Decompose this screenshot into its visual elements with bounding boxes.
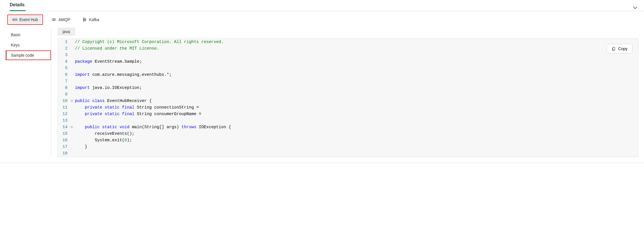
- amqp-icon: [52, 17, 56, 22]
- fold-toggle: [70, 65, 74, 72]
- code-line: 10⊟public class EventHubReceiver {: [58, 98, 638, 104]
- code-line: 5: [58, 65, 638, 72]
- code-line: 1// Copyright (c) Microsoft Corporation.…: [58, 39, 638, 45]
- code-line: 18: [58, 150, 638, 157]
- code-line: 4package EventStream.Sample;: [58, 58, 638, 65]
- code-content: }: [74, 144, 638, 150]
- fold-toggle[interactable]: ⊟: [70, 98, 74, 104]
- code-content: [74, 117, 638, 124]
- content-row: Basic Keys Sample code java Copy 1// Cop…: [0, 28, 644, 163]
- svg-line-13: [84, 19, 85, 19]
- event-hub-icon: [13, 17, 17, 22]
- sidebar-item-keys[interactable]: Keys: [6, 40, 51, 50]
- fold-toggle: [70, 137, 74, 144]
- line-number: 8: [58, 85, 70, 91]
- line-number: 2: [58, 45, 70, 52]
- fold-toggle: [70, 45, 74, 52]
- code-line: 13: [58, 117, 638, 124]
- line-number: 14: [58, 124, 70, 130]
- code-content: public static void main(String[] args) t…: [74, 124, 638, 130]
- code-line: 8import java.io.IOException;: [58, 85, 638, 91]
- code-line: 6import com.azure.messaging.eventhubs.*;: [58, 72, 638, 78]
- code-content: public class EventHubReceiver {: [74, 98, 638, 104]
- copy-label: Copy: [618, 46, 627, 51]
- panel-header: Details: [0, 0, 644, 11]
- main-area: java Copy 1// Copyright (c) Microsoft Co…: [51, 28, 638, 157]
- line-number: 6: [58, 72, 70, 78]
- code-content: // Licensed under the MIT License.: [74, 45, 638, 52]
- svg-rect-15: [613, 47, 615, 50]
- fold-toggle: [70, 104, 74, 111]
- code-line: 3: [58, 52, 638, 58]
- copy-icon: [612, 47, 616, 51]
- line-number: 5: [58, 65, 70, 72]
- code-content: import com.azure.messaging.eventhubs.*;: [74, 72, 638, 78]
- highlight-event-hub: Event Hub: [7, 15, 43, 25]
- fold-toggle: [70, 58, 74, 65]
- line-number: 3: [58, 52, 70, 58]
- code-line: 2// Licensed under the MIT License.: [58, 45, 638, 52]
- protocol-label: Event Hub: [19, 17, 38, 22]
- side-nav: Basic Keys Sample code: [6, 28, 51, 157]
- code-line: 7: [58, 78, 638, 85]
- code-content: [74, 91, 638, 98]
- svg-point-5: [54, 19, 56, 21]
- code-content: private static final String connectionSt…: [74, 104, 638, 111]
- code-line: 15 receiveEvents();: [58, 130, 638, 137]
- code-line: 12 private static final String consumerG…: [58, 111, 638, 117]
- fold-toggle: [70, 91, 74, 98]
- protocol-toolbar: Event Hub AMQP Kafka: [0, 11, 644, 28]
- protocol-tab-amqp[interactable]: AMQP: [48, 16, 73, 24]
- code-content: [74, 150, 638, 157]
- fold-toggle: [70, 85, 74, 91]
- line-number: 16: [58, 137, 70, 144]
- svg-point-6: [83, 18, 84, 19]
- line-number: 15: [58, 130, 70, 137]
- sidebar-item-sample-code[interactable]: Sample code: [6, 50, 51, 60]
- code-content: System.exit(0);: [74, 137, 638, 144]
- language-tab-java[interactable]: java: [58, 28, 75, 36]
- code-viewer: Copy 1// Copyright (c) Microsoft Corpora…: [58, 38, 638, 157]
- svg-point-7: [83, 19, 84, 20]
- code-content: receiveEvents();: [74, 130, 638, 137]
- code-content: [74, 52, 638, 58]
- fold-toggle[interactable]: ⊟: [70, 124, 74, 130]
- code-content: // Copyright (c) Microsoft Corporation. …: [74, 39, 638, 45]
- code-line: 9: [58, 91, 638, 98]
- fold-toggle: [70, 111, 74, 117]
- chevron-down-icon[interactable]: [633, 5, 638, 10]
- protocol-tab-event-hub[interactable]: Event Hub: [9, 16, 41, 24]
- code-line: 16 System.exit(0);: [58, 137, 638, 144]
- copy-button[interactable]: Copy: [607, 44, 632, 54]
- svg-rect-2: [15, 19, 15, 20]
- code-content: [74, 65, 638, 72]
- line-number: 13: [58, 117, 70, 124]
- line-number: 11: [58, 104, 70, 111]
- line-number: 12: [58, 111, 70, 117]
- code-line: 14⊟ public static void main(String[] arg…: [58, 124, 638, 130]
- svg-point-8: [83, 21, 84, 22]
- svg-point-9: [85, 19, 86, 20]
- fold-toggle: [70, 72, 74, 78]
- fold-toggle: [70, 78, 74, 85]
- line-number: 10: [58, 98, 70, 104]
- protocol-label: Kafka: [89, 17, 99, 22]
- protocol-tab-kafka[interactable]: Kafka: [79, 16, 103, 24]
- fold-toggle: [70, 117, 74, 124]
- code-content: private static final String consumerGrou…: [74, 111, 638, 117]
- line-number: 4: [58, 58, 70, 65]
- svg-rect-3: [16, 19, 16, 20]
- code-content: [74, 78, 638, 85]
- code-content: package EventStream.Sample;: [74, 58, 638, 65]
- sidebar-item-basic[interactable]: Basic: [6, 30, 51, 40]
- fold-toggle: [70, 39, 74, 45]
- details-panel: Details Event Hub AMQP Kafka: [0, 0, 644, 163]
- protocol-label: AMQP: [58, 17, 70, 22]
- fold-toggle: [70, 130, 74, 137]
- line-number: 7: [58, 78, 70, 85]
- line-number: 17: [58, 144, 70, 150]
- fold-toggle: [70, 150, 74, 157]
- svg-rect-1: [13, 19, 14, 20]
- fold-toggle: [70, 52, 74, 58]
- kafka-icon: [82, 17, 87, 22]
